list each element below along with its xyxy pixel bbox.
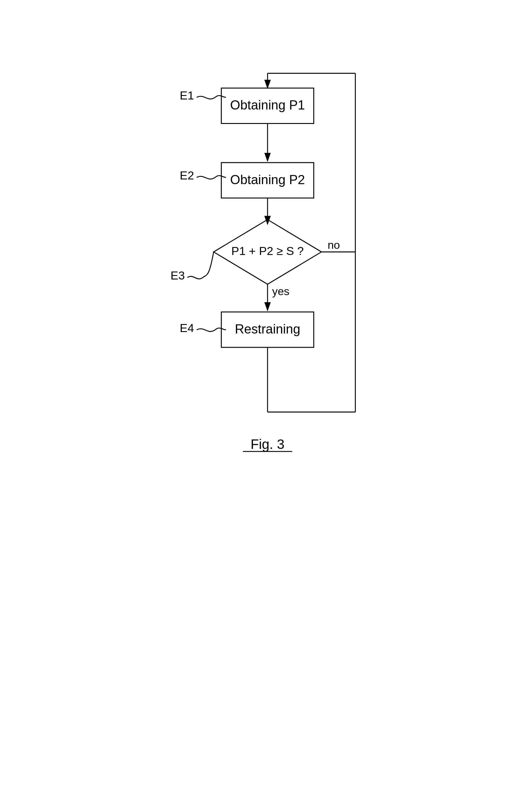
obtain-p2-label: Obtaining P2 [230,172,305,187]
no-label: no [328,239,340,251]
e2-label: E2 [180,169,194,182]
e3-connector [188,252,214,278]
diagram-container: E1 Obtaining P1 E2 Obtaining P2 P1 + P2 … [133,42,399,751]
yes-label: yes [272,285,289,297]
e3-label: E3 [171,269,185,282]
restraining-label: Restraining [235,322,300,336]
e1-label: E1 [180,89,194,102]
fig-caption: Fig. 3 [251,437,285,452]
e4-label: E4 [180,321,194,334]
decision-label: P1 + P2 ≥ S ? [231,244,304,257]
obtain-p1-label: Obtaining P1 [230,98,305,112]
